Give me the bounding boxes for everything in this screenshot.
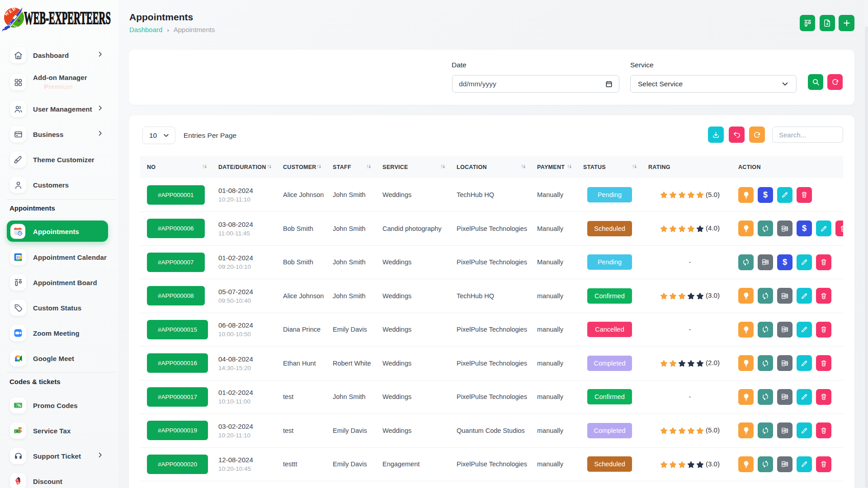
svg-text:TAX: TAX (18, 427, 22, 429)
svg-text:WEB-EXPERTEERS: WEB-EXPERTEERS (24, 8, 111, 28)
svg-text:31: 31 (16, 255, 20, 259)
svg-text:%: % (17, 403, 21, 408)
svg-text:%: % (17, 482, 19, 484)
